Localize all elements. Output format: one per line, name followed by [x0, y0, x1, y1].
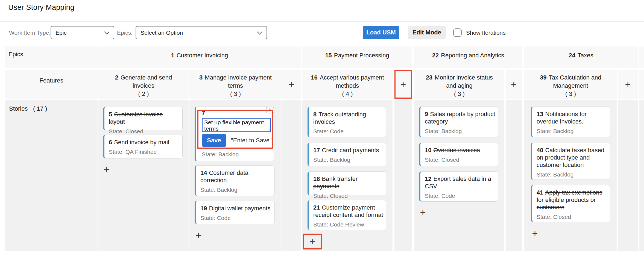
- story-state: State: Backlog: [537, 128, 607, 134]
- add-story-annotation-box: +: [303, 234, 322, 249]
- feature-header[interactable]: 2Generate and send invoices ( 2 ): [98, 70, 189, 99]
- feature-header[interactable]: 16Accept various payment methods ( 4 ): [302, 70, 393, 99]
- story-card[interactable]: 40Calculate taxes based on product type …: [531, 143, 610, 180]
- add-feature-button[interactable]: +: [396, 71, 411, 98]
- epic-header[interactable]: 22Reporting and Analytics: [414, 46, 522, 68]
- story-title: 21Customize payment receipt content and …: [313, 204, 383, 219]
- add-feature-cell-highlighted: +: [394, 70, 412, 99]
- story-state: State: Backlog: [537, 171, 607, 178]
- story-id: 7: [202, 110, 205, 117]
- story-title: 5Customize invoice layout: [109, 111, 180, 125]
- story-title: 19Digital wallet payments: [200, 205, 272, 212]
- epic-header[interactable]: 15Payment Processing: [302, 46, 412, 68]
- epics-select-label: Epics:: [117, 30, 133, 36]
- story-state: State: Code: [425, 192, 495, 199]
- add-story-button[interactable]: +: [101, 163, 113, 175]
- feature-title: Monitor invoice status and aging: [435, 74, 493, 89]
- story-state: State: Backlog: [202, 151, 239, 158]
- story-title: 9Sales reports by product category: [425, 110, 495, 125]
- add-story-button[interactable]: +: [304, 235, 321, 248]
- work-item-type-select[interactable]: Epic: [51, 26, 114, 39]
- story-card-editing[interactable]: ✎ 7 Set up flexible payment terms Save "…: [195, 107, 274, 161]
- feature-count: ( 4 ): [302, 90, 393, 98]
- feature-count: ( 3 ): [524, 90, 617, 98]
- story-card[interactable]: 17Credit card payments State: Backlog: [308, 143, 386, 166]
- epics-select[interactable]: Select an Option: [136, 26, 267, 39]
- add-story-button[interactable]: +: [192, 230, 204, 242]
- story-column-spacer: [506, 100, 522, 251]
- epics-row-label: Epics: [5, 46, 98, 68]
- epics-select-value: Select an Option: [140, 30, 183, 36]
- story-card[interactable]: 14Costumer data correction State: Backlo…: [195, 165, 275, 196]
- epic-id: 24: [569, 52, 575, 59]
- story-title-textarea[interactable]: Set up flexible payment terms: [202, 118, 271, 132]
- show-iterations-checkbox[interactable]: [453, 28, 462, 37]
- story-card[interactable]: 6Send invoice by mail State: QA Finished: [103, 135, 183, 158]
- add-story-button[interactable]: +: [529, 228, 541, 240]
- story-state: State: Backlog: [200, 186, 272, 193]
- story-card[interactable]: 21Customize payment receipt content and …: [308, 200, 386, 230]
- story-card[interactable]: 19Digital wallet payments State: Code: [195, 201, 275, 224]
- story-state: State: Code: [200, 214, 272, 221]
- chevron-down-icon: [104, 30, 109, 36]
- story-column-spacer: [282, 100, 301, 251]
- feature-header[interactable]: 3Manage invoice payment terms ( 3 ): [189, 70, 282, 99]
- story-state: State: QA Finished: [109, 148, 180, 155]
- story-state: State: Closed: [537, 213, 607, 220]
- epic-header[interactable]: 1Customer Invoicing: [98, 46, 301, 68]
- edit-mode-button[interactable]: Edit Mode: [408, 26, 446, 39]
- epic-header[interactable]: 24Taxes: [524, 46, 638, 68]
- epic-title: Customer Invoicing: [177, 52, 228, 59]
- add-feature-button[interactable]: +: [618, 70, 638, 99]
- story-card[interactable]: 9Sales reports by product category State…: [419, 107, 498, 137]
- epic-title: Payment Processing: [334, 52, 389, 59]
- feature-header-partial: [639, 70, 644, 99]
- story-card[interactable]: 5Customize invoice layout State: Closed: [103, 107, 183, 130]
- story-title: 10Overdue invoices: [425, 146, 495, 154]
- feature-count: ( 2 ): [98, 90, 189, 98]
- story-card[interactable]: 10Overdue invoices State: Closed: [419, 143, 498, 166]
- feature-count: ( 3 ): [414, 90, 504, 98]
- story-state: State: Backlog: [425, 128, 495, 134]
- feature-id: 39: [540, 74, 546, 81]
- story-state: State: Code: [313, 128, 383, 135]
- page-title: User Story Mapping: [8, 3, 74, 12]
- add-feature-cell: +: [506, 70, 522, 99]
- story-title: 6Send invoice by mail: [109, 139, 180, 146]
- feature-id: 16: [311, 74, 317, 81]
- chevron-down-icon: [257, 30, 262, 36]
- epic-id: 22: [432, 52, 439, 59]
- epic-header-partial: [639, 46, 644, 68]
- feature-title: Accept various payment methods: [320, 74, 384, 89]
- story-title: 12Export sales data in a CSV: [425, 175, 495, 190]
- story-state: State: Closed: [109, 128, 180, 135]
- story-card[interactable]: 8Track outstanding invoices State: Code: [308, 107, 386, 137]
- story-title: 13Notifications for overdue invoices.: [537, 110, 607, 125]
- save-button[interactable]: Save: [202, 134, 226, 147]
- load-usm-button[interactable]: Load USM: [363, 26, 399, 39]
- add-feature-button[interactable]: +: [282, 70, 301, 99]
- story-title: 41Apply tax exemptions for eligible prod…: [537, 189, 607, 211]
- story-card[interactable]: 13Notifications for overdue invoices. St…: [531, 107, 610, 137]
- epic-title: Taxes: [578, 52, 593, 59]
- story-state: State: Code Review: [313, 221, 383, 228]
- features-row-label: Features: [5, 70, 98, 99]
- story-state: State: Closed: [425, 156, 495, 163]
- story-card[interactable]: 18Bank transfer payments State: Closed: [308, 171, 386, 195]
- show-iterations-label: Show Iterations: [466, 30, 506, 36]
- work-item-type-label: Work Item Type:: [9, 30, 51, 36]
- header-divider: [0, 21, 644, 22]
- story-column-partial: [639, 100, 644, 251]
- story-card[interactable]: 12Export sales data in a CSV State: Code: [419, 171, 498, 202]
- epic-id: 1: [171, 52, 174, 59]
- story-title: 18Bank transfer payments: [313, 175, 383, 190]
- feature-header[interactable]: 23Monitor invoice status and aging ( 3 ): [414, 70, 504, 99]
- feature-header[interactable]: 39Tax Calculation and Management ( 3 ): [524, 70, 617, 99]
- feature-title: Tax Calculation and Management: [549, 74, 601, 89]
- enter-to-save-hint: "Enter to Save": [231, 137, 272, 144]
- add-story-button[interactable]: +: [417, 207, 429, 219]
- story-card[interactable]: 41Apply tax exemptions for eligible prod…: [531, 185, 610, 222]
- toolbar-divider-bottom: [0, 44, 644, 44]
- story-state: State: Backlog: [313, 156, 383, 163]
- add-feature-button[interactable]: +: [506, 70, 522, 99]
